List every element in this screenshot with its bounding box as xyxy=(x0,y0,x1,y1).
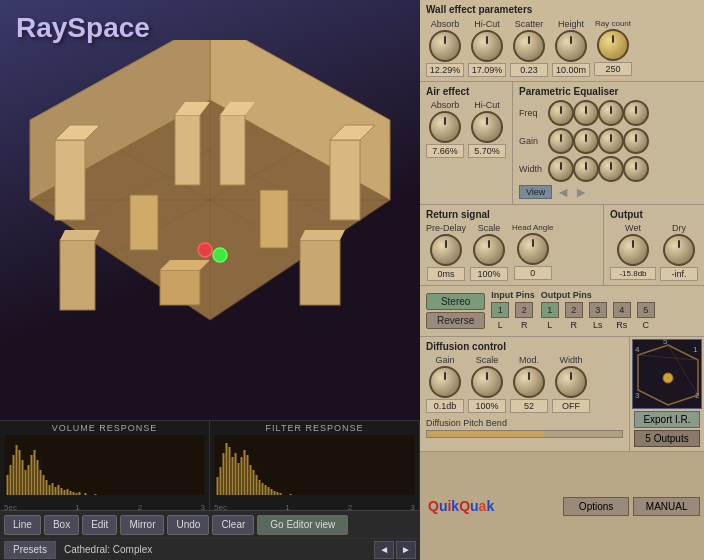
clear-button[interactable]: Clear xyxy=(212,515,254,535)
manual-button[interactable]: MANUAL xyxy=(633,497,700,516)
peq-width3-knob[interactable] xyxy=(598,156,624,182)
diff-gain-knob[interactable] xyxy=(429,366,461,398)
reverse-button[interactable]: Reverse xyxy=(426,312,485,329)
stereo-reverse-group: Stereo Reverse xyxy=(426,293,485,329)
svg-rect-39 xyxy=(40,470,42,495)
diff-scale-label: Scale xyxy=(476,355,499,365)
air-effect-section: Air effect Absorb 7.66% Hi-Cut 5.70% xyxy=(420,82,513,204)
volume-time-axis: 5ec 1 2 3 xyxy=(0,503,209,510)
peq-prev-icon[interactable]: ◄ xyxy=(556,184,570,200)
pitch-slider[interactable] xyxy=(426,430,623,438)
peq-gain3-knob[interactable] xyxy=(598,128,624,154)
output-pin-5[interactable]: 5 xyxy=(637,302,655,318)
scale-label: Scale xyxy=(478,223,501,233)
absorb-label: Absorb xyxy=(431,19,460,29)
export-ir-button[interactable]: Export I.R. xyxy=(634,411,700,428)
svg-rect-50 xyxy=(73,492,75,495)
scatter-label: Scatter xyxy=(515,19,544,29)
svg-rect-65 xyxy=(244,450,246,495)
peq-gain1-knob[interactable] xyxy=(548,128,574,154)
output-pin-4[interactable]: 4 xyxy=(613,302,631,318)
input-pin-1[interactable]: 1 xyxy=(491,302,509,318)
svg-rect-45 xyxy=(58,485,60,495)
hicut-knob[interactable] xyxy=(471,30,503,62)
svg-rect-54 xyxy=(95,494,97,495)
presets-button[interactable]: Presets xyxy=(4,541,56,559)
output-pin-2[interactable]: 2 xyxy=(565,302,583,318)
air-hicut-knob[interactable] xyxy=(471,111,503,143)
air-knobs: Absorb 7.66% Hi-Cut 5.70% xyxy=(426,100,506,158)
output-pin-1[interactable]: 1 xyxy=(541,302,559,318)
peq-freq1-knob[interactable] xyxy=(548,100,574,126)
freq-label: Freq xyxy=(519,108,547,118)
diff-scale-knob[interactable] xyxy=(471,366,503,398)
predelay-label: Pre-Delay xyxy=(426,223,466,233)
svg-rect-47 xyxy=(64,490,66,495)
diff-gain-value: 0.1db xyxy=(426,399,464,413)
mirror-button[interactable]: Mirror xyxy=(120,515,164,535)
peq-gain4-knob[interactable] xyxy=(623,128,649,154)
5-outputs-button[interactable]: 5 Outputs xyxy=(634,430,700,447)
wet-knob[interactable] xyxy=(617,234,649,266)
raycount-value: 250 xyxy=(594,62,632,76)
svg-rect-44 xyxy=(55,487,57,495)
parametric-eq-section: Parametric Equaliser Freq Gain Width xyxy=(513,82,704,204)
input-pins-group: Input Pins 1 2 L R xyxy=(491,290,535,332)
absorb-knob[interactable] xyxy=(429,30,461,62)
diff-width-value: OFF xyxy=(552,399,590,413)
svg-rect-41 xyxy=(46,480,48,495)
peq-gain2-knob[interactable] xyxy=(573,128,599,154)
stereo-button[interactable]: Stereo xyxy=(426,293,485,310)
peq-width2-knob[interactable] xyxy=(573,156,599,182)
volume-panel: VOLUME RESPONSE xyxy=(0,421,210,510)
output-title: Output xyxy=(610,209,698,220)
line-button[interactable]: Line xyxy=(4,515,41,535)
wall-effect-title: Wall effect parameters xyxy=(426,4,698,15)
input-pin-2[interactable]: 2 xyxy=(515,302,533,318)
dry-value: -inf. xyxy=(660,267,698,281)
scale-knob[interactable] xyxy=(473,234,505,266)
svg-rect-9 xyxy=(55,140,85,220)
air-absorb-knob[interactable] xyxy=(429,111,461,143)
svg-rect-72 xyxy=(265,485,267,495)
diff-width-knob[interactable] xyxy=(555,366,587,398)
raycount-knob[interactable] xyxy=(597,29,629,61)
hicut-group: Hi-Cut 17.09% xyxy=(468,19,506,77)
next-preset-button[interactable]: ► xyxy=(396,541,416,559)
peq-width4-knob[interactable] xyxy=(623,156,649,182)
options-button[interactable]: Options xyxy=(563,497,630,516)
peq-next-icon[interactable]: ► xyxy=(574,184,588,200)
peq-freq2-knob[interactable] xyxy=(573,100,599,126)
dry-knob[interactable] xyxy=(663,234,695,266)
output-pin-ls: Ls xyxy=(589,320,607,330)
undo-button[interactable]: Undo xyxy=(167,515,209,535)
predelay-knob[interactable] xyxy=(430,234,462,266)
scale-group: Scale 100% xyxy=(470,223,508,281)
svg-rect-74 xyxy=(271,489,273,495)
svg-rect-51 xyxy=(76,493,78,495)
height-knob[interactable] xyxy=(555,30,587,62)
svg-rect-35 xyxy=(28,465,30,495)
svg-rect-70 xyxy=(259,480,261,495)
prev-preset-button[interactable]: ◄ xyxy=(374,541,394,559)
peq-view-button[interactable]: View xyxy=(519,185,552,199)
box-button[interactable]: Box xyxy=(44,515,79,535)
svg-rect-78 xyxy=(290,494,292,495)
output-pin-3[interactable]: 3 xyxy=(589,302,607,318)
dry-label: Dry xyxy=(672,223,686,233)
left-panel: RaySpace xyxy=(0,0,420,560)
diff-mod-knob[interactable] xyxy=(513,366,545,398)
go-editor-button[interactable]: Go Editor view xyxy=(257,515,348,535)
pitch-bend-row xyxy=(426,428,623,440)
filter-waveform xyxy=(210,435,419,503)
peq-width1-knob[interactable] xyxy=(548,156,574,182)
peq-freq4-knob[interactable] xyxy=(623,100,649,126)
svg-rect-57 xyxy=(220,467,222,495)
scatter-knob[interactable] xyxy=(513,30,545,62)
edit-button[interactable]: Edit xyxy=(82,515,117,535)
wet-label: Wet xyxy=(625,223,641,233)
preset-nav: ◄ ► xyxy=(374,541,416,559)
peq-freq3-knob[interactable] xyxy=(598,100,624,126)
head-angle-knob[interactable] xyxy=(517,233,549,265)
svg-rect-64 xyxy=(241,457,243,495)
